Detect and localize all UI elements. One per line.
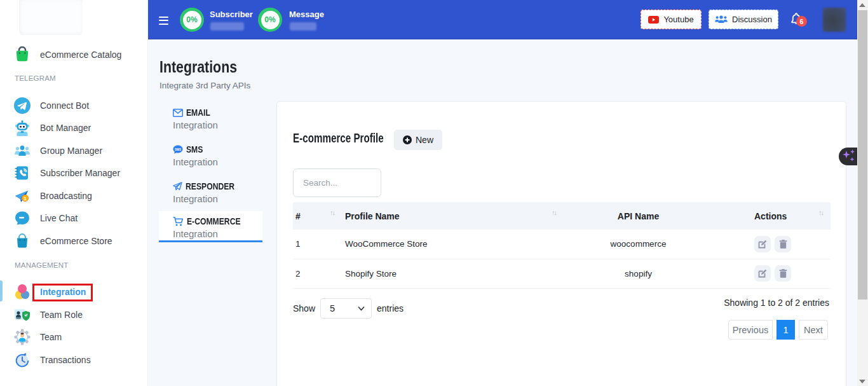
svg-text:1: 1 (24, 196, 27, 202)
svg-text:SMS: SMS (175, 148, 181, 151)
